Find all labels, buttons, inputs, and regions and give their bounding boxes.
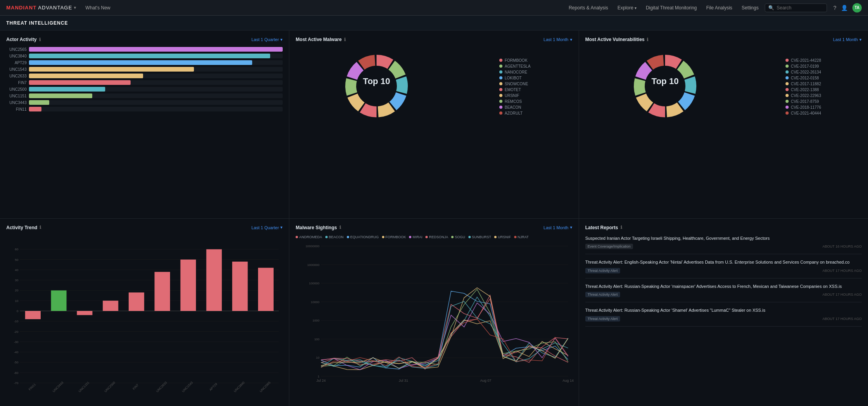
actor-activity-chart: UNC2565 UNC3840 APT29 UNC1543 UNC2633	[6, 47, 283, 111]
svg-text:UNC1151: UNC1151	[78, 381, 90, 393]
sightings-title: Malware Sightings ℹ	[296, 225, 341, 230]
malware-info-icon[interactable]: ℹ	[344, 37, 346, 42]
svg-rect-42	[180, 259, 196, 311]
report-item: Threat Activity Alert: English-Speaking …	[585, 259, 862, 278]
activity-trend-info-icon[interactable]: ℹ	[39, 225, 41, 230]
malware-legend-item: FORMBOOK	[499, 58, 531, 63]
sightings-legend-item: MIRAI	[409, 235, 422, 239]
report-title[interactable]: Suspected Iranian Actor Targeting Israel…	[585, 235, 862, 242]
actor-bar-row: UNC2500	[6, 87, 283, 92]
actor-bar-row: UNC1151	[6, 93, 283, 98]
actor-label: UNC3443	[6, 101, 27, 105]
actor-bar-fill	[29, 93, 92, 98]
sightings-filter[interactable]: Last 1 Month ▾	[543, 225, 572, 230]
svg-rect-48	[258, 268, 274, 311]
search-icon: 🔍	[768, 5, 774, 11]
svg-rect-46	[232, 261, 248, 311]
sightings-header: Malware Sightings ℹ Last 1 Month ▾	[296, 225, 572, 230]
whats-new-nav[interactable]: What's New	[82, 4, 114, 12]
report-time: ABOUT 17 HOURS AGO	[823, 293, 862, 296]
malware-legend: FORMBOOKAGENTTESLANANOCORELOKIBOTSNOWCON…	[499, 58, 531, 115]
actor-bar-fill	[29, 67, 194, 72]
actor-bar-track	[29, 74, 283, 78]
vulns-legend-item: CVE-2022-22963	[786, 93, 821, 98]
actor-activity-panel: Actor Activity ℹ Last 1 Quarter ▾ UNC256…	[0, 31, 289, 218]
svg-rect-36	[103, 300, 118, 311]
actor-activity-header: Actor Activity ℹ Last 1 Quarter ▾	[6, 37, 283, 42]
actor-bar-fill	[29, 47, 283, 52]
file-analysis-link[interactable]: File Analysis	[706, 5, 732, 11]
svg-rect-38	[129, 292, 144, 311]
vulns-title: Most Active Vulnerabilities ℹ	[585, 37, 649, 42]
report-title[interactable]: Threat Activity Alert: English-Speaking …	[585, 259, 862, 266]
svg-text:1000: 1000	[313, 319, 320, 322]
settings-link[interactable]: Settings	[742, 5, 759, 11]
vulns-legend-item: CVE-2021-40444	[786, 111, 821, 115]
vulns-header: Most Active Vulnerabilities ℹ Last 1 Mon…	[585, 37, 862, 42]
vulns-info-icon[interactable]: ℹ	[647, 37, 648, 42]
actor-bar-fill	[29, 107, 41, 111]
malware-legend-item: AZORULT	[499, 111, 531, 115]
actor-label: UNC2500	[6, 87, 27, 92]
actor-bar-fill	[29, 87, 105, 92]
actor-bar-track	[29, 80, 283, 85]
svg-text:UNC3840: UNC3840	[233, 381, 246, 393]
top-nav-links: Reports & Analysis Explore Digital Threa…	[569, 5, 759, 11]
svg-rect-30	[25, 311, 41, 319]
svg-text:FIN11: FIN11	[28, 382, 36, 391]
search-box[interactable]: 🔍	[765, 4, 827, 12]
report-meta: Threat Activity Alert ABOUT 17 HOURS AGO	[585, 316, 862, 322]
activity-trend-chart: -70-60-50-40-30-20-100102030405060FIN11U…	[6, 235, 283, 395]
latest-reports-info-icon[interactable]: ℹ	[621, 225, 622, 230]
report-time: ABOUT 16 HOURS AGO	[823, 244, 862, 248]
actor-label: APT29	[6, 61, 27, 65]
sightings-legend-item: URSNIF	[494, 235, 511, 239]
actor-label: UNC3840	[6, 54, 27, 58]
sightings-legend-item: SOGU	[451, 235, 465, 239]
svg-text:Jul 31: Jul 31	[399, 379, 408, 383]
report-title[interactable]: Threat Activity Alert: Russian-Speaking …	[585, 283, 862, 290]
svg-text:20: 20	[15, 289, 18, 292]
malware-title: Most Active Malware ℹ	[296, 37, 346, 42]
actor-activity-info-icon[interactable]: ℹ	[39, 37, 41, 42]
vulns-legend-item: CVE-2018-11776	[786, 105, 821, 110]
sub-nav: THREAT INTELLIGENCE	[0, 16, 868, 31]
actor-activity-filter[interactable]: Last 1 Quarter ▾	[251, 37, 283, 42]
digital-threat-link[interactable]: Digital Threat Monitoring	[646, 5, 697, 11]
search-input[interactable]	[777, 5, 823, 11]
svg-text:UNC3443: UNC3443	[52, 381, 65, 393]
malware-legend-item: SNOWCONE	[499, 82, 531, 86]
malware-filter[interactable]: Last 1 Month ▾	[543, 37, 572, 42]
malware-legend-item: AGENTTESLA	[499, 64, 531, 68]
user-icon[interactable]: 👤	[841, 5, 848, 11]
actor-bar-track	[29, 87, 283, 92]
explore-link[interactable]: Explore	[617, 5, 636, 11]
svg-text:1: 1	[318, 375, 320, 378]
report-meta: Threat Activity Alert ABOUT 17 HOURS AGO	[585, 292, 862, 297]
reports-analysis-link[interactable]: Reports & Analysis	[569, 5, 608, 11]
vulns-legend-item: CVE-2022-26134	[786, 70, 821, 74]
vulns-filter[interactable]: Last 1 Month ▾	[833, 37, 862, 42]
latest-reports-header: Latest Reports ℹ	[585, 225, 862, 230]
vulns-legend-item: CVE-2012-0158	[786, 76, 821, 80]
activity-trend-filter[interactable]: Last 1 Quarter ▾	[251, 225, 283, 230]
malware-legend-item: BEACON	[499, 105, 531, 110]
sightings-legend-item: SUNBURST	[468, 235, 491, 239]
sightings-legend-item: NJRAT	[514, 235, 529, 239]
svg-text:-50: -50	[14, 361, 18, 364]
actor-bar-row: UNC3840	[6, 54, 283, 58]
report-item: Threat Activity Alert: Russian-Speaking …	[585, 283, 862, 303]
brand-logo[interactable]: MANDIANT ADVANTAGE ▾	[6, 5, 76, 11]
svg-text:-40: -40	[14, 350, 18, 354]
actor-bar-row: UNC1543	[6, 67, 283, 72]
actor-bar-row: FIN7	[6, 80, 283, 85]
avatar[interactable]: TA	[852, 3, 862, 13]
help-icon[interactable]: ?	[833, 5, 836, 11]
sightings-info-icon[interactable]: ℹ	[339, 225, 341, 230]
report-item: Threat Activity Alert: Russian-Speaking …	[585, 307, 862, 327]
svg-text:10000: 10000	[311, 300, 320, 304]
report-title[interactable]: Threat Activity Alert: Russian-Speaking …	[585, 307, 862, 314]
actor-bar-fill	[29, 80, 131, 85]
malware-legend-item: NANOCORE	[499, 70, 531, 74]
most-active-vulns-panel: Most Active Vulnerabilities ℹ Last 1 Mon…	[579, 31, 868, 218]
